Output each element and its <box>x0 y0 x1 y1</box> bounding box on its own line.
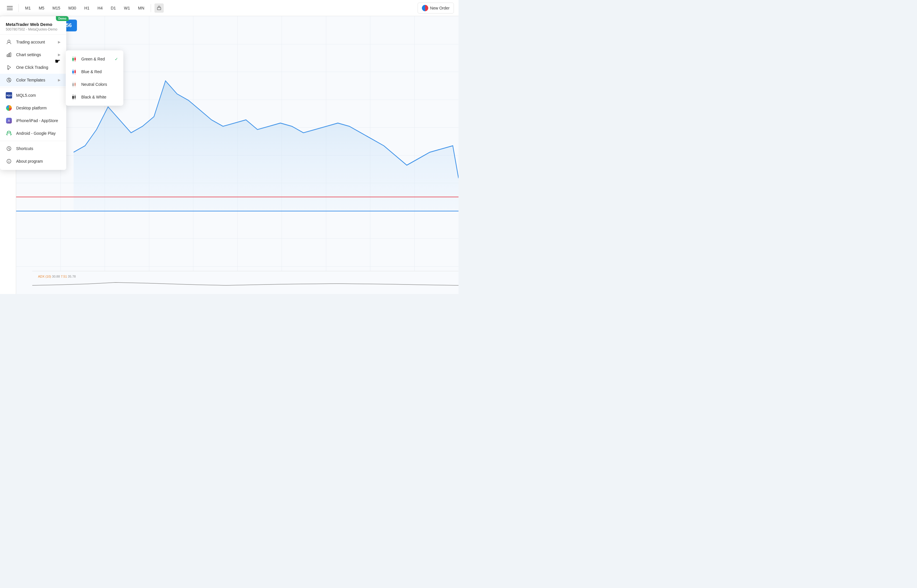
green-red-check: ✓ <box>115 57 118 61</box>
svg-point-26 <box>8 79 10 81</box>
menu-item-one-click-trading[interactable]: One Click Trading <box>0 61 66 74</box>
timeframe-d1[interactable]: D1 <box>108 4 119 12</box>
about-label: About program <box>16 159 60 163</box>
main-dropdown-menu: MetaTrader Web Demo 5007807502 - MetaQuo… <box>0 16 66 170</box>
trading-account-label: Trading account <box>16 40 54 44</box>
mql5-label: MQL5.com <box>16 93 60 98</box>
svg-text:?: ? <box>8 148 10 150</box>
separator-2 <box>151 4 151 12</box>
desktop-platform-icon <box>6 105 12 111</box>
menu-item-color-templates[interactable]: Color Templates ▶ <box>0 74 66 86</box>
submenu-item-blue-red[interactable]: Blue & Red <box>66 65 123 78</box>
shortcuts-icon: ? <box>6 145 12 152</box>
new-order-icon <box>422 5 428 11</box>
one-click-trading-label: One Click Trading <box>16 65 60 70</box>
timeframe-m1[interactable]: M1 <box>22 4 33 12</box>
menu-item-iphone[interactable]: A iPhone/iPad - AppStore <box>0 114 66 127</box>
submenu-item-green-red[interactable]: Green & Red ✓ <box>66 53 123 65</box>
menu-app-title: MetaTrader Web Demo <box>6 22 60 27</box>
blue-red-label: Blue & Red <box>81 69 118 74</box>
chart-settings-label: Chart settings <box>16 52 54 57</box>
hamburger-icon <box>7 6 13 10</box>
menu-item-android[interactable]: Android - Google Play <box>0 127 66 140</box>
one-click-trading-icon <box>6 64 12 71</box>
arrow-icon-trading: ▶ <box>58 40 60 44</box>
chart-svg-container <box>16 16 458 211</box>
timeframe-h1[interactable]: H1 <box>81 4 92 12</box>
menu-account-info: 5007807502 - MetaQuotes-Demo <box>6 27 60 31</box>
svg-point-30 <box>10 133 10 134</box>
price-chart-svg <box>16 16 458 211</box>
color-templates-icon <box>6 77 12 83</box>
timeframe-m30[interactable]: M30 <box>65 4 79 12</box>
arrow-icon-color: ▶ <box>58 78 60 82</box>
neutral-label: Neutral Colors <box>81 82 118 87</box>
separator-1 <box>18 4 19 12</box>
android-icon <box>6 130 12 136</box>
svg-point-21 <box>8 40 10 42</box>
svg-rect-24 <box>10 53 11 57</box>
svg-rect-23 <box>8 53 10 57</box>
menu-header: MetaTrader Web Demo 5007807502 - MetaQuo… <box>0 18 66 34</box>
menu-item-mql5[interactable]: MQL5 MQL5.com <box>0 89 66 102</box>
timeframe-h4[interactable]: H4 <box>94 4 105 12</box>
timeframe-w1[interactable]: W1 <box>121 4 133 12</box>
new-order-button[interactable]: New Order <box>418 3 454 13</box>
black-white-candle-icon <box>71 94 77 100</box>
arrow-icon-chart: ▶ <box>58 53 60 57</box>
green-red-candle-icon <box>71 56 77 62</box>
green-red-label: Green & Red <box>81 57 110 61</box>
iphone-label: iPhone/iPad - AppStore <box>16 118 60 123</box>
top-toolbar: M1 M5 M15 M30 H1 H4 D1 W1 MN New Order <box>0 0 458 16</box>
indicator-chart-svg <box>32 277 458 291</box>
timeframe-m15[interactable]: M15 <box>50 4 63 12</box>
menu-item-shortcuts[interactable]: ? Shortcuts <box>0 142 66 155</box>
person-icon <box>6 39 12 45</box>
menu-item-chart-settings[interactable]: Chart settings ▶ <box>0 48 66 61</box>
mql5-icon: MQL5 <box>6 92 12 99</box>
submenu-item-neutral[interactable]: Neutral Colors <box>66 78 123 91</box>
hamburger-button[interactable] <box>5 3 15 13</box>
submenu-item-black-white[interactable]: Black & White <box>66 91 123 103</box>
demo-badge: Demo <box>56 16 69 21</box>
svg-rect-0 <box>157 8 161 10</box>
svg-point-29 <box>8 133 9 134</box>
color-templates-label: Color Templates <box>16 78 54 82</box>
iphone-icon: A <box>6 118 12 124</box>
svg-rect-22 <box>7 55 8 57</box>
blue-red-candle-icon <box>71 68 77 75</box>
shortcuts-label: Shortcuts <box>16 146 60 151</box>
menu-divider-2 <box>0 141 66 141</box>
blue-price-line <box>16 211 458 212</box>
menu-item-trading-account[interactable]: Trading account ▶ <box>0 36 66 48</box>
timeframe-m5[interactable]: M5 <box>36 4 47 12</box>
menu-divider-1 <box>0 87 66 88</box>
svg-point-35 <box>9 160 9 161</box>
timeframe-mn[interactable]: MN <box>135 4 147 12</box>
android-label: Android - Google Play <box>16 131 60 136</box>
red-price-line <box>16 197 458 197</box>
color-templates-submenu: Green & Red ✓ Blue & Red <box>66 50 123 106</box>
desktop-platform-label: Desktop platform <box>16 106 60 110</box>
menu-item-about[interactable]: About program <box>0 155 66 168</box>
about-icon <box>6 158 12 165</box>
new-order-label: New Order <box>430 6 450 10</box>
menu-item-desktop[interactable]: Desktop platform <box>0 102 66 114</box>
black-white-label: Black & White <box>81 95 118 99</box>
link-icon[interactable] <box>154 3 164 13</box>
neutral-candle-icon <box>71 81 77 87</box>
indicator-area: ADX (10) 30.88 7.51 35.78 <box>32 271 458 294</box>
chart-settings-icon <box>6 52 12 58</box>
